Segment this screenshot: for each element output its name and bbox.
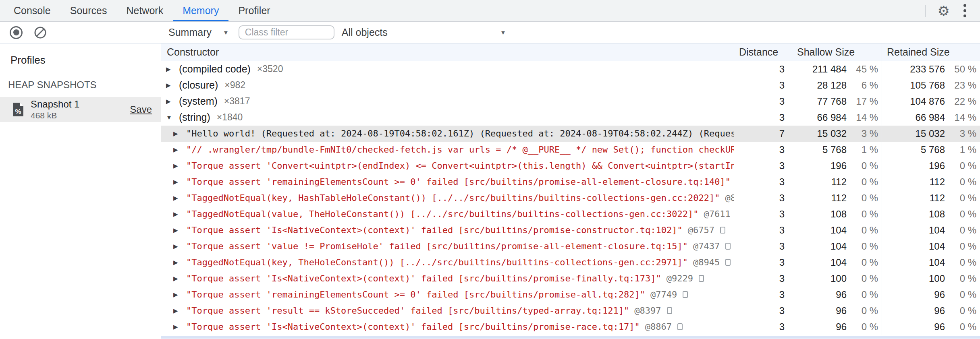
table-row[interactable]: ▼ (string) ×1840 3 66 984 14 % 66 984 14…	[161, 110, 980, 126]
column-header-retained-size[interactable]: Retained Size	[882, 43, 980, 61]
expander-icon[interactable]: ▶	[173, 275, 186, 282]
table-row[interactable]: ▶ "Torque assert 'Convert<uintptr>(endIn…	[161, 158, 980, 174]
string-preview: "Torque assert 'value != PromiseHole' fa…	[186, 241, 688, 251]
distance-value: 3	[779, 305, 785, 316]
table-row[interactable]: ▶ "TaggedNotEqual(value, TheHoleConstant…	[161, 206, 980, 222]
distance-value: 3	[779, 112, 785, 123]
column-header-distance[interactable]: Distance	[734, 43, 792, 61]
retained-size-percent: 0 %	[945, 225, 976, 236]
object-id: @7749	[650, 289, 677, 300]
expander-icon[interactable]: ▶	[173, 146, 186, 153]
expander-icon[interactable]: ▶	[166, 82, 179, 89]
table-row[interactable]: ▶ "TaggedNotEqual(key, HashTableHoleCons…	[161, 190, 980, 206]
object-id: @9229	[666, 273, 693, 283]
distance-value: 3	[779, 257, 785, 268]
retained-size-cell: 104 876 22 %	[882, 93, 980, 110]
retained-size-percent: 0 %	[945, 321, 976, 333]
table-row[interactable]: ▶ "// .wrangler/tmp/bundle-FmNIt0/checke…	[161, 142, 980, 158]
reveal-object-icon[interactable]	[720, 227, 725, 234]
reveal-object-icon[interactable]	[725, 243, 731, 250]
retainers-splitter[interactable]	[161, 336, 980, 339]
tab-profiler[interactable]: Profiler	[228, 0, 280, 21]
constructor-cell: ▶ "Hello world! (Requested at: 2024-08-1…	[161, 126, 734, 142]
perspective-select[interactable]: Summary ▼	[168, 27, 229, 38]
save-snapshot-link[interactable]: Save	[130, 104, 152, 115]
expander-icon[interactable]: ▶	[173, 307, 186, 314]
shallow-size-cell: 104 0 %	[792, 254, 882, 271]
table-row[interactable]: ▶ (compiled code) ×3520 3 211 484 45 % 2…	[161, 61, 980, 77]
table-row[interactable]: ▶ "Torque assert 'remainingElementsCount…	[161, 287, 980, 303]
expander-icon[interactable]: ▶	[173, 227, 186, 234]
expander-icon[interactable]: ▶	[166, 98, 179, 105]
table-row[interactable]: ▶ (system) ×3817 3 77 768 17 % 104 876 2…	[161, 93, 980, 110]
tab-sources[interactable]: Sources	[60, 0, 117, 21]
constructor-cell: ▶ "Torque assert 'Convert<uintptr>(endIn…	[161, 158, 734, 174]
reveal-object-icon[interactable]	[667, 307, 672, 314]
tab-console[interactable]: Console	[4, 0, 60, 21]
reveal-object-icon[interactable]	[699, 275, 704, 282]
retained-size-cell: 96 0 %	[882, 287, 980, 303]
reveal-object-icon[interactable]	[677, 323, 683, 330]
expander-icon[interactable]: ▼	[166, 114, 179, 121]
object-id: @8	[725, 193, 734, 203]
expander-icon[interactable]: ▶	[173, 130, 186, 137]
constructor-name: (system)	[179, 95, 218, 107]
table-row[interactable]: ▶ "Torque assert 'Is<NativeContext>(cont…	[161, 319, 980, 335]
column-header-shallow-size[interactable]: Shallow Size	[792, 43, 882, 61]
constructor-cell: ▶ "TaggedNotEqual(key, HashTableHoleCons…	[161, 190, 734, 206]
column-header-constructor[interactable]: Constructor	[161, 43, 734, 61]
table-row[interactable]: ▶ (closure) ×982 3 28 128 6 % 105 768 23…	[161, 77, 980, 93]
reveal-object-icon[interactable]	[683, 291, 688, 298]
shallow-size-percent: 0 %	[847, 192, 878, 204]
tab-network[interactable]: Network	[116, 0, 173, 21]
expander-icon[interactable]: ▶	[173, 243, 186, 250]
expander-icon[interactable]: ▶	[173, 259, 186, 266]
constructor-cell: ▶ "// .wrangler/tmp/bundle-FmNIt0/checke…	[161, 142, 734, 158]
string-preview: "Torque assert 'Convert<uintptr>(endInde…	[186, 161, 734, 171]
tab-memory[interactable]: Memory	[173, 0, 228, 21]
record-heap-snapshot-icon[interactable]	[10, 26, 23, 39]
shallow-size-cell: 112 0 %	[792, 190, 882, 206]
retained-size-cell: 66 984 14 %	[882, 110, 980, 126]
retained-size-cell: 112 0 %	[882, 174, 980, 190]
shallow-size-percent: 3 %	[847, 128, 878, 139]
distance-value: 3	[779, 144, 785, 155]
table-row[interactable]: ▶ "Torque assert 'Is<NativeContext>(cont…	[161, 222, 980, 238]
expander-icon[interactable]: ▶	[173, 211, 186, 218]
snapshot-list-item[interactable]: % Snapshot 1 468 kB Save	[0, 97, 161, 122]
retained-size-percent: 0 %	[945, 273, 976, 284]
object-scope-select[interactable]: All objects ▼	[342, 27, 506, 38]
expander-icon[interactable]: ▶	[173, 162, 186, 170]
constructor-cell: ▶ (closure) ×982	[161, 77, 734, 93]
retained-size-percent: 22 %	[945, 96, 976, 107]
retained-size-value: 96	[934, 289, 945, 300]
reveal-object-icon[interactable]	[725, 259, 731, 266]
profiles-toolbar	[0, 22, 161, 43]
heap-snapshot-doc-icon: %	[12, 102, 24, 117]
distance-cell: 3	[734, 319, 792, 335]
table-row[interactable]: ▶ "Torque assert 'result == kStoreSucced…	[161, 303, 980, 319]
table-row[interactable]: ▶ "Hello world! (Requested at: 2024-08-1…	[161, 126, 980, 142]
expander-icon[interactable]: ▶	[173, 323, 186, 331]
constructor-name: (string)	[179, 112, 210, 123]
table-row[interactable]: ▶ "Torque assert 'value != PromiseHole' …	[161, 238, 980, 254]
retained-size-cell: 105 768 23 %	[882, 77, 980, 93]
table-row[interactable]: ▶ "TaggedNotEqual(key, TheHoleConstant()…	[161, 254, 980, 271]
expander-icon[interactable]: ▶	[166, 66, 179, 73]
retained-size-cell: 108 0 %	[882, 206, 980, 222]
more-options-icon[interactable]	[962, 2, 968, 19]
distance-cell: 3	[734, 93, 792, 110]
table-row[interactable]: ▶ "Torque assert 'remainingElementsCount…	[161, 174, 980, 190]
class-filter-input[interactable]	[239, 25, 334, 39]
shallow-size-value: 104	[831, 225, 847, 236]
distance-value: 3	[779, 321, 785, 333]
retained-size-percent: 0 %	[945, 176, 976, 188]
expander-icon[interactable]: ▶	[173, 178, 186, 186]
retained-size-value: 108	[929, 209, 945, 220]
shallow-size-value: 66 984	[817, 112, 847, 123]
table-row[interactable]: ▶ "Torque assert 'Is<NativeContext>(cont…	[161, 271, 980, 287]
expander-icon[interactable]: ▶	[173, 194, 186, 202]
expander-icon[interactable]: ▶	[173, 291, 186, 298]
clear-profiles-icon[interactable]	[34, 26, 47, 39]
settings-gear-icon[interactable]: ⚙	[938, 4, 950, 18]
